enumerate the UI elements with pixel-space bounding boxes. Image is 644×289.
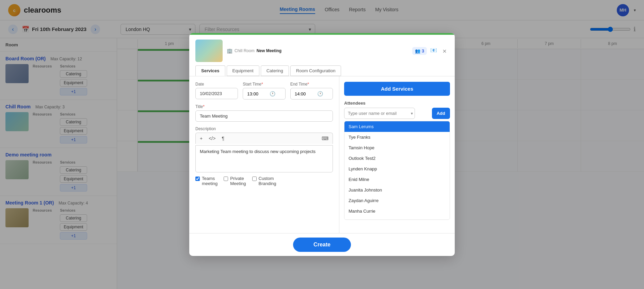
title-input[interactable]: [195, 110, 333, 122]
modal-overlay: 🏢 Chill Room New Meeting 👥 3 📧 × Service…: [0, 0, 644, 289]
modal-tabs: Services Equipment Catering Room Configu…: [189, 62, 455, 76]
tab-services[interactable]: Services: [195, 65, 225, 76]
description-label: Description: [195, 126, 333, 131]
modal-aside: Add Services Attendees ▾ Add Sam Lerums …: [339, 76, 455, 233]
modal-breadcrumb: 🏢 Chill Room New Meeting: [227, 48, 408, 54]
branding-checkbox[interactable]: [252, 177, 257, 181]
attendee-option-5[interactable]: Enid Milne: [344, 174, 450, 185]
outlook-icon: 📧: [430, 47, 437, 54]
modal-body: Date Start Time* 🕐 End Time*: [189, 76, 455, 233]
end-time-input[interactable]: [295, 91, 315, 96]
desc-code-button[interactable]: </>: [207, 135, 217, 142]
form-group-title: Title*: [195, 104, 333, 122]
add-attendee-button[interactable]: Add: [432, 108, 450, 119]
form-group-date: Date: [195, 82, 238, 100]
modal-room-name: Chill Room: [235, 48, 255, 53]
attendee-count: 3: [422, 48, 424, 54]
end-time-label: End Time*: [290, 82, 333, 87]
attendee-option-9[interactable]: Borys Vega: [344, 216, 450, 220]
desc-toolbar-extra[interactable]: ⌨: [320, 135, 330, 142]
modal-form: Date Start Time* 🕐 End Time*: [189, 76, 339, 233]
people-icon: 👥: [415, 48, 420, 54]
attendee-option-3[interactable]: Outlook Test2: [344, 153, 450, 164]
attendee-count-badge: 👥 3: [412, 47, 427, 55]
attendee-search-input[interactable]: [344, 108, 415, 119]
attendee-option-8[interactable]: Manha Currie: [344, 206, 450, 216]
meeting-title-label: New Meeting: [257, 48, 281, 53]
modal-title-area: 🏢 Chill Room New Meeting: [227, 48, 408, 54]
private-label: PrivateMeeting: [230, 176, 246, 186]
modal-room-image: [195, 40, 223, 62]
description-toolbar: + </> ¶ ⌨: [195, 133, 333, 144]
modal-footer: Create: [189, 233, 455, 256]
date-input[interactable]: [195, 88, 238, 99]
teams-label: Teamsmeeting: [202, 176, 218, 186]
form-row-date-times: Date Start Time* 🕐 End Time*: [195, 82, 333, 100]
attendee-dropdown: Sam Lerums Tye Franks Tamsin Hope Outloo…: [344, 121, 450, 220]
tab-equipment[interactable]: Equipment: [227, 65, 259, 76]
attendee-option-6[interactable]: Juanita Johnston: [344, 185, 450, 195]
attendee-option-7[interactable]: Zaydan Aguirre: [344, 195, 450, 206]
checkbox-group-teams: Teamsmeeting: [195, 176, 218, 186]
modal-header: 🏢 Chill Room New Meeting 👥 3 📧 ×: [189, 35, 455, 62]
checkbox-group-private: PrivateMeeting: [224, 176, 246, 186]
modal-header-actions: 👥 3 📧 ×: [412, 47, 449, 55]
start-time-clock-icon: 🕐: [270, 91, 275, 96]
modal-close-button[interactable]: ×: [440, 47, 449, 55]
add-services-button[interactable]: Add Services: [344, 82, 450, 96]
checkbox-group-branding: CustomBranding: [252, 176, 276, 186]
description-editor[interactable]: Marketing Team meeting to discuss new up…: [195, 145, 333, 172]
attendee-option-4[interactable]: Lynden Knapp: [344, 164, 450, 174]
end-time-clock-icon: 🕐: [317, 91, 323, 96]
create-button[interactable]: Create: [293, 238, 351, 252]
new-meeting-modal: 🏢 Chill Room New Meeting 👥 3 📧 × Service…: [189, 33, 455, 256]
start-time-input[interactable]: [247, 91, 268, 96]
desc-paragraph-button[interactable]: ¶: [220, 135, 226, 142]
checkboxes-row: Teamsmeeting PrivateMeeting CustomBrandi…: [195, 176, 333, 186]
form-group-end-time: End Time* 🕐: [290, 82, 333, 100]
desc-add-button[interactable]: +: [198, 135, 204, 142]
branding-label: CustomBranding: [259, 176, 276, 186]
attendees-label: Attendees: [344, 101, 450, 106]
building-icon: 🏢: [227, 48, 232, 54]
attendee-option-2[interactable]: Tamsin Hope: [344, 142, 450, 153]
title-label: Title*: [195, 104, 333, 109]
attendee-option-1[interactable]: Tye Franks: [344, 132, 450, 142]
date-label: Date: [195, 82, 238, 87]
tab-catering[interactable]: Catering: [261, 65, 289, 76]
teams-checkbox[interactable]: [195, 177, 200, 181]
private-checkbox[interactable]: [224, 177, 228, 181]
form-group-description: Description + </> ¶ ⌨ Marketing Team mee…: [195, 126, 333, 172]
tab-room-configuration[interactable]: Room Configuration: [290, 65, 341, 76]
attendee-search-row: ▾ Add: [344, 108, 450, 119]
attendee-option-0[interactable]: Sam Lerums: [344, 121, 450, 132]
form-group-start-time: Start Time* 🕐: [243, 82, 285, 100]
start-time-label: Start Time*: [243, 82, 285, 87]
